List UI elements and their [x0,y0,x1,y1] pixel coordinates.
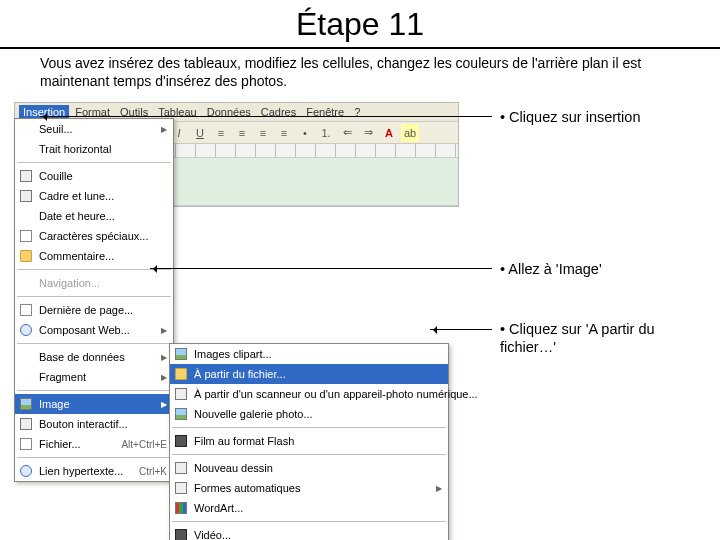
numbering-button[interactable]: 1. [317,124,335,142]
image-submenu-item[interactable]: Nouvelle galerie photo... [170,404,448,424]
submenu-arrow-icon: ▶ [436,484,442,493]
insert-menu-item[interactable]: Fragment▶ [15,367,173,387]
image-submenu-separator [172,454,446,455]
image-submenu-label: À partir d'un scanneur ou d'un appareil-… [194,388,478,400]
insert-menu-label: Lien hypertexte... [39,465,123,477]
image-submenu-label: Vidéo... [194,529,231,540]
page-title: Étape 11 [0,0,720,49]
image-submenu-item[interactable]: Film au format Flash [170,431,448,451]
image-submenu-label: Images clipart... [194,348,272,360]
image-submenu-label: Nouveau dessin [194,462,273,474]
font-color-button[interactable]: A [380,124,398,142]
image-submenu-item[interactable]: Formes automatiques▶ [170,478,448,498]
insert-menu-label: Dernière de page... [39,304,133,316]
submenu-arrow-icon: ▶ [161,125,167,134]
insert-menu-item[interactable]: Fichier...Alt+Ctrl+E [15,434,173,454]
square-icon [175,388,187,400]
insert-menu-item: Navigation... [15,273,173,293]
insert-menu: Seuil...▶Trait horizontalCouilleCadre et… [14,118,174,482]
align-right-button[interactable]: ≡ [254,124,272,142]
arrow-1 [40,116,492,117]
image-submenu: Images clipart...À partir du fichier...À… [169,343,449,540]
insert-menu-label: Trait horizontal [39,143,111,155]
insert-menu-label: Date et heure... [39,210,115,222]
image-submenu-item[interactable]: Nouveau dessin [170,458,448,478]
insert-menu-separator [17,390,171,391]
shortcut: Alt+Ctrl+E [121,439,167,450]
callout-1: Cliquez sur insertion [500,108,700,126]
outdent-button[interactable]: ⇐ [338,124,356,142]
image-submenu-label: À partir du fichier... [194,368,286,380]
image-submenu-label: Nouvelle galerie photo... [194,408,313,420]
image-submenu-item[interactable]: WordArt... [170,498,448,518]
submenu-arrow-icon: ▶ [161,373,167,382]
underline-button[interactable]: U [191,124,209,142]
align-center-button[interactable]: ≡ [233,124,251,142]
image-submenu-item[interactable]: Images clipart... [170,344,448,364]
doc-icon [20,230,32,242]
insert-menu-separator [17,162,171,163]
insert-menu-item[interactable]: Date et heure... [15,206,173,226]
insert-menu-item[interactable]: Lien hypertexte...Ctrl+K [15,461,173,481]
square-icon [175,462,187,474]
arrow-3 [430,329,492,330]
pic-icon [175,408,187,420]
pic-icon [175,348,187,360]
insert-menu-label: Fragment [39,371,86,383]
insert-menu-item[interactable]: Commentaire... [15,246,173,266]
intro-text: Vous avez insérez des tableaux, modifiez… [0,55,720,98]
chart-icon [175,502,187,514]
submenu-arrow-icon: ▶ [161,400,167,409]
insert-menu-item[interactable]: Image▶ [15,394,173,414]
insert-menu-label: Couille [39,170,73,182]
bullets-button[interactable]: • [296,124,314,142]
insert-menu-separator [17,343,171,344]
image-submenu-label: Film au format Flash [194,435,294,447]
insert-menu-label: Bouton interactif... [39,418,128,430]
folder-icon [20,250,32,262]
image-submenu-label: WordArt... [194,502,243,514]
insert-menu-item[interactable]: Seuil...▶ [15,119,173,139]
figure-area: InsertionFormatOutilsTableauDonnéesCadre… [0,98,720,518]
square-icon [20,170,32,182]
doc-icon [20,438,32,450]
align-left-button[interactable]: ≡ [212,124,230,142]
insert-menu-label: Caractères spéciaux... [39,230,148,242]
link-icon [20,465,32,477]
insert-menu-item[interactable]: Composant Web...▶ [15,320,173,340]
insert-menu-item[interactable]: Trait horizontal [15,139,173,159]
insert-menu-label: Composant Web... [39,324,130,336]
pic-icon [20,398,32,410]
insert-menu-separator [17,296,171,297]
arrow-2 [150,268,492,269]
insert-menu-label: Fichier... [39,438,81,450]
insert-menu-label: Navigation... [39,277,100,289]
insert-menu-item[interactable]: Dernière de page... [15,300,173,320]
shortcut: Ctrl+K [139,466,167,477]
indent-button[interactable]: ⇒ [359,124,377,142]
insert-menu-label: Image [39,398,70,410]
highlight-button[interactable]: ab [401,124,419,142]
callout-2: Allez à 'Image' [500,260,700,278]
doc-icon [20,304,32,316]
submenu-arrow-icon: ▶ [161,353,167,362]
insert-menu-label: Cadre et lune... [39,190,114,202]
image-submenu-separator [172,427,446,428]
insert-menu-label: Seuil... [39,123,73,135]
image-submenu-item[interactable]: À partir d'un scanneur ou d'un appareil-… [170,384,448,404]
insert-menu-separator [17,269,171,270]
square-icon [20,418,32,430]
image-submenu-item[interactable]: À partir du fichier... [170,364,448,384]
insert-menu-label: Commentaire... [39,250,114,262]
image-submenu-item[interactable]: Vidéo... [170,525,448,540]
submenu-arrow-icon: ▶ [161,326,167,335]
insert-menu-item[interactable]: Bouton interactif... [15,414,173,434]
callout-3: Cliquez sur 'A partir du fichier…' [500,320,700,356]
insert-menu-item[interactable]: Couille [15,166,173,186]
insert-menu-item[interactable]: Caractères spéciaux... [15,226,173,246]
insert-menu-item[interactable]: Base de données▶ [15,347,173,367]
insert-menu-item[interactable]: Cadre et lune... [15,186,173,206]
justify-button[interactable]: ≡ [275,124,293,142]
square-icon [20,190,32,202]
video-icon [175,435,187,447]
